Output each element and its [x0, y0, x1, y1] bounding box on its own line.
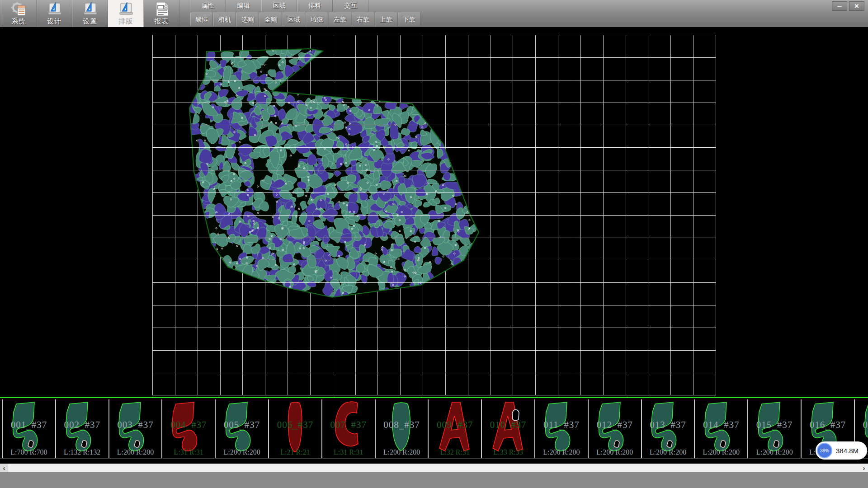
piece-thumbnail-strip: 001_#37 L:700 R:700 002_#37 L:132 R:132 … [0, 398, 868, 464]
piece-shape-icon [165, 400, 212, 456]
app-mode-button-4[interactable]: 排版 [108, 0, 144, 27]
tool-button-4[interactable]: 全割 [259, 12, 282, 26]
app-mode-label: 设计 [47, 17, 62, 26]
app-mode-label: 报表 [155, 17, 169, 26]
menu-tab-2[interactable]: 编辑 [226, 0, 261, 12]
piece-thumbnail-007_#37[interactable]: 007_#37 L:31 R:31 [321, 399, 375, 458]
menu-tab-4[interactable]: 排料 [297, 0, 333, 12]
app-mode-label: 排版 [119, 17, 133, 26]
tool-button-3[interactable]: 选割 [236, 12, 259, 26]
minimize-button[interactable]: ─ [832, 1, 847, 11]
piece-shape-icon [378, 400, 425, 456]
piece-thumbnail-012_#37[interactable]: 012_#37 L:200 R:200 [588, 399, 641, 458]
piece-shape-icon [272, 400, 319, 456]
nesting-workspace-canvas[interactable] [0, 27, 868, 398]
tool-button-5[interactable]: 区域 [283, 12, 305, 26]
tool-button-9[interactable]: 上靠 [375, 12, 397, 26]
piece-thumbnail-009_#37[interactable]: 009_#37 L:32 R:31 [428, 399, 481, 458]
piece-thumbnail-014_#37[interactable]: 014_#37 L:200 R:200 [694, 399, 747, 458]
close-button[interactable]: ✕ [849, 1, 864, 11]
piece-shape-icon [5, 400, 52, 456]
strip-bottom-line [0, 458, 868, 459]
nesting-ruler-icon [118, 1, 134, 17]
app-mode-button-2[interactable]: 设计 [37, 0, 72, 27]
settings-ruler-icon [82, 1, 99, 17]
system-gear-icon [11, 1, 27, 17]
tool-button-8[interactable]: 右靠 [352, 12, 374, 26]
app-mode-button-5[interactable]: 报表 [144, 0, 179, 27]
piece-shape-icon [59, 400, 106, 456]
piece-shape-icon [485, 400, 532, 456]
report-doc-icon [154, 1, 170, 17]
piece-thumbnail-003_#37[interactable]: 003_#37 L:200 R:200 [108, 399, 162, 458]
menu-tabs-row: 属性编辑区域排料交互 [190, 0, 368, 12]
memory-status-pill: 38% 384.8M [816, 441, 867, 460]
menu-tab-5[interactable]: 交互 [333, 0, 368, 12]
piece-shape-icon [218, 400, 265, 456]
piece-shape-icon [751, 400, 798, 456]
piece-thumbnail-013_#37[interactable]: 013_#37 L:200 R:200 [641, 399, 694, 458]
ribbon-toolbar: 系统 设计 设置 排版 报表 属性编辑区域排料交互 聚排相机选割全割区域瑕疵左靠… [0, 0, 868, 28]
app-mode-button-3[interactable]: 设置 [72, 0, 108, 27]
design-ruler-icon [47, 1, 63, 17]
menu-tab-3[interactable]: 区域 [261, 0, 297, 12]
piece-shape-icon [644, 400, 691, 456]
piece-thumbnail-010_#37[interactable]: 010_#37 L:33 R:33 [481, 399, 534, 458]
piece-thumbnail-004_#37[interactable]: 004_#37 L:31 R:31 [161, 399, 215, 458]
piece-thumbnail-015_#37[interactable]: 015_#37 L:200 R:200 [747, 399, 801, 458]
piece-shape-icon [591, 400, 638, 456]
menu-tab-1[interactable]: 属性 [190, 0, 226, 12]
tool-button-1[interactable]: 聚排 [190, 12, 213, 26]
application-window: 系统 设计 设置 排版 报表 属性编辑区域排料交互 聚排相机选割全割区域瑕疵左靠… [0, 0, 868, 488]
app-mode-button-1[interactable]: 系统 [1, 0, 37, 27]
app-mode-label: 设置 [83, 17, 98, 26]
piece-thumbnail-002_#37[interactable]: 002_#37 L:132 R:132 [55, 399, 108, 458]
window-controls: ─ ✕ [832, 1, 864, 11]
progress-percent: 38% [820, 448, 829, 453]
progress-circle: 38% [817, 443, 832, 458]
piece-thumbnail-005_#37[interactable]: 005_#37 L:200 R:200 [215, 399, 268, 458]
piece-shape-icon [538, 400, 585, 456]
horizontal-scrollbar[interactable]: ‹ › [0, 464, 868, 472]
tool-button-7[interactable]: 左靠 [329, 12, 351, 26]
piece-shape-icon [325, 400, 372, 456]
tool-button-6[interactable]: 瑕疵 [306, 12, 328, 26]
status-bar [0, 472, 868, 488]
tool-buttons-row: 聚排相机选割全割区域瑕疵左靠右靠上靠下靠 [190, 12, 421, 27]
tool-button-2[interactable]: 相机 [213, 12, 236, 26]
piece-thumbnail-006_#37[interactable]: 006_#37 L:21 R:21 [268, 399, 321, 458]
piece-shape-icon [431, 400, 478, 456]
scroll-left-arrow-icon[interactable]: ‹ [0, 464, 8, 472]
app-mode-label: 系统 [12, 17, 26, 26]
piece-shape-icon [698, 400, 745, 456]
tool-button-10[interactable]: 下靠 [398, 12, 420, 26]
piece-thumbnail-008_#37[interactable]: 008_#37 L:200 R:200 [375, 399, 428, 458]
piece-thumbnail-011_#37[interactable]: 011_#37 L:200 R:200 [534, 399, 588, 458]
piece-shape-icon [112, 400, 159, 456]
app-mode-buttons: 系统 设计 设置 排版 报表 [1, 0, 179, 27]
memory-usage-label: 384.8M [836, 447, 859, 455]
piece-thumbnail-001_#37[interactable]: 001_#37 L:700 R:700 [2, 399, 55, 458]
scroll-right-arrow-icon[interactable]: › [860, 464, 868, 472]
